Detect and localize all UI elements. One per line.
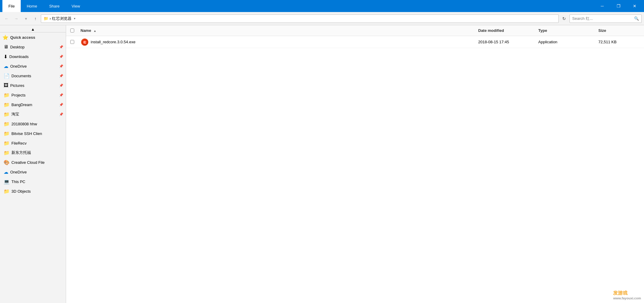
taobao-folder-icon: 📁 bbox=[4, 112, 10, 117]
pin-icon-docs: 📌 bbox=[59, 74, 63, 78]
sidebar-item-xindongfang[interactable]: 📁 新东方托福 bbox=[0, 148, 66, 158]
sidebar-label-filerecv: FileRecv bbox=[11, 141, 27, 145]
sidebar-label-pictures: Pictures bbox=[10, 83, 24, 88]
pin-icon-onedrive: 📌 bbox=[59, 64, 63, 68]
watermark-line2: www.fayouxi.com bbox=[613, 296, 641, 300]
header-name[interactable]: Name ▲ bbox=[78, 28, 476, 33]
refresh-button[interactable]: ↻ bbox=[560, 14, 568, 23]
sidebar-item-taobao[interactable]: 📁 淘宝 📌 bbox=[0, 109, 66, 119]
pin-icon-taobao: 📌 bbox=[59, 112, 63, 116]
3d-objects-folder-icon: 📁 bbox=[4, 188, 10, 194]
file-date-cell: 2018-08-15 17:45 bbox=[476, 40, 536, 44]
address-bar[interactable]: 📁 › 红芯浏览器 ▾ bbox=[41, 14, 559, 23]
sidebar-item-filerecv[interactable]: 📁 FileRecv bbox=[0, 138, 66, 148]
restore-button[interactable]: ❐ bbox=[612, 0, 625, 12]
address-path: 红芯浏览器 bbox=[52, 16, 71, 21]
projects-folder-icon: 📁 bbox=[4, 92, 10, 98]
tab-view[interactable]: View bbox=[65, 0, 86, 12]
pictures-icon: 🖼 bbox=[4, 83, 8, 88]
sidebar-label-bangdream: BangDream bbox=[11, 103, 32, 107]
xindongfang-folder-icon: 📁 bbox=[4, 150, 10, 156]
sidebar-item-downloads[interactable]: ⬇ Downloads 📌 bbox=[0, 52, 66, 61]
pin-icon: 📌 bbox=[59, 45, 63, 49]
header-checkbox[interactable] bbox=[66, 29, 78, 32]
tab-strip: File Home Share View bbox=[2, 0, 86, 12]
sidebar-item-this-pc[interactable]: 💻 This PC bbox=[0, 177, 66, 186]
file-type-cell: Application bbox=[536, 40, 596, 44]
tab-file[interactable]: File bbox=[2, 0, 21, 12]
file-list-header: Name ▲ Date modified Type Size bbox=[66, 25, 644, 36]
file-size: 72,511 KB bbox=[598, 40, 617, 44]
tab-home[interactable]: Home bbox=[21, 0, 43, 12]
row-checkbox[interactable] bbox=[66, 40, 78, 44]
svg-text:红: 红 bbox=[83, 41, 87, 44]
pin-icon-bangdream: 📌 bbox=[59, 103, 63, 107]
file-name-cell[interactable]: 红 install_redcore.3.0.54.exe bbox=[78, 38, 476, 46]
search-input[interactable] bbox=[572, 16, 633, 21]
sidebar-label-taobao: 淘宝 bbox=[11, 112, 19, 117]
bitvise-folder-icon: 📁 bbox=[4, 131, 10, 136]
watermark-line1: 发游戏 bbox=[613, 290, 641, 296]
sidebar-label-this-pc: This PC bbox=[11, 179, 25, 184]
onedrive-icon-quick: ☁ bbox=[4, 63, 8, 69]
sidebar-item-bitvise[interactable]: 📁 Bitvise SSH Clien bbox=[0, 129, 66, 138]
folder-20180808-icon: 📁 bbox=[4, 121, 10, 127]
file-name-label: install_redcore.3.0.54.exe bbox=[91, 40, 135, 44]
redcore-icon: 红 bbox=[81, 38, 88, 46]
select-all-checkbox[interactable] bbox=[70, 29, 74, 32]
tab-share[interactable]: Share bbox=[43, 0, 66, 12]
file-size-cell: 72,511 KB bbox=[596, 40, 644, 44]
search-bar[interactable]: 🔍 bbox=[570, 14, 642, 23]
header-size[interactable]: Size bbox=[596, 28, 644, 33]
pin-icon-pics: 📌 bbox=[59, 84, 63, 87]
sidebar-label-projects: Projects bbox=[11, 93, 26, 97]
main-area: ▲ ⭐ Quick access 🖥 Desktop 📌 ⬇ Downloads… bbox=[0, 25, 644, 303]
star-icon: ⭐ bbox=[2, 35, 8, 40]
file-select-checkbox[interactable] bbox=[70, 40, 74, 44]
folder-icon: 📁 bbox=[44, 16, 48, 21]
sidebar-label-documents: Documents bbox=[11, 74, 31, 78]
creative-cloud-icon: 🎨 bbox=[4, 160, 10, 165]
file-area: Name ▲ Date modified Type Size bbox=[66, 25, 644, 303]
this-pc-icon: 💻 bbox=[4, 179, 10, 185]
sidebar-item-pictures[interactable]: 🖼 Pictures 📌 bbox=[0, 81, 66, 90]
documents-icon: 📄 bbox=[4, 73, 10, 79]
search-icon[interactable]: 🔍 bbox=[634, 16, 639, 21]
sidebar-item-3d-objects[interactable]: 📁 3D Objects bbox=[0, 186, 66, 196]
desktop-icon: 🖥 bbox=[4, 44, 8, 50]
recent-button[interactable]: ▾ bbox=[22, 14, 30, 23]
sidebar-item-documents[interactable]: 📄 Documents 📌 bbox=[0, 71, 66, 81]
sort-arrow-name: ▲ bbox=[93, 29, 96, 32]
sidebar-item-20180808[interactable]: 📁 20180808 hhw bbox=[0, 119, 66, 129]
sidebar-item-bangdream[interactable]: 📁 BangDream 📌 bbox=[0, 100, 66, 109]
sidebar-scroll-up[interactable]: ▲ bbox=[0, 26, 66, 32]
sidebar-item-onedrive-quick[interactable]: ☁ OneDrive 📌 bbox=[0, 61, 66, 71]
sidebar-label-desktop: Desktop bbox=[10, 45, 25, 49]
title-bar: File Home Share View ─ ❐ ✕ bbox=[0, 0, 644, 12]
back-button[interactable]: ← bbox=[2, 14, 11, 23]
header-type[interactable]: Type bbox=[536, 28, 596, 33]
pin-icon-downloads: 📌 bbox=[59, 55, 63, 59]
sidebar-label-downloads: Downloads bbox=[9, 54, 29, 59]
sidebar-label-onedrive: OneDrive bbox=[10, 170, 27, 174]
sidebar-item-desktop[interactable]: 🖥 Desktop 📌 bbox=[0, 42, 66, 52]
address-dropdown[interactable]: ▾ bbox=[74, 17, 75, 20]
sidebar-item-onedrive[interactable]: ☁ OneDrive bbox=[0, 167, 66, 177]
nav-bar: ← → ▾ ↑ 📁 › 红芯浏览器 ▾ ↻ 🔍 bbox=[0, 12, 644, 25]
header-date[interactable]: Date modified bbox=[476, 28, 536, 33]
sidebar-item-creative-cloud[interactable]: 🎨 Creative Cloud File bbox=[0, 158, 66, 167]
file-row[interactable]: 红 install_redcore.3.0.54.exe 2018-08-15 … bbox=[66, 36, 644, 48]
filerecv-folder-icon: 📁 bbox=[4, 140, 10, 146]
sidebar-label-onedrive-quick: OneDrive bbox=[10, 64, 27, 69]
up-button[interactable]: ↑ bbox=[31, 14, 40, 23]
sidebar-label-3d-objects: 3D Objects bbox=[11, 189, 31, 194]
sidebar-item-projects[interactable]: 📁 Projects 📌 bbox=[0, 90, 66, 100]
sidebar-label-xindongfang: 新东方托福 bbox=[11, 150, 31, 155]
minimize-button[interactable]: ─ bbox=[595, 0, 609, 12]
downloads-icon: ⬇ bbox=[4, 54, 8, 60]
onedrive-icon: ☁ bbox=[4, 169, 8, 175]
sidebar-label-quick-access: Quick access bbox=[10, 35, 35, 40]
sidebar-item-quick-access[interactable]: ⭐ Quick access bbox=[0, 32, 66, 42]
close-button[interactable]: ✕ bbox=[628, 0, 642, 12]
forward-button[interactable]: → bbox=[12, 14, 20, 23]
